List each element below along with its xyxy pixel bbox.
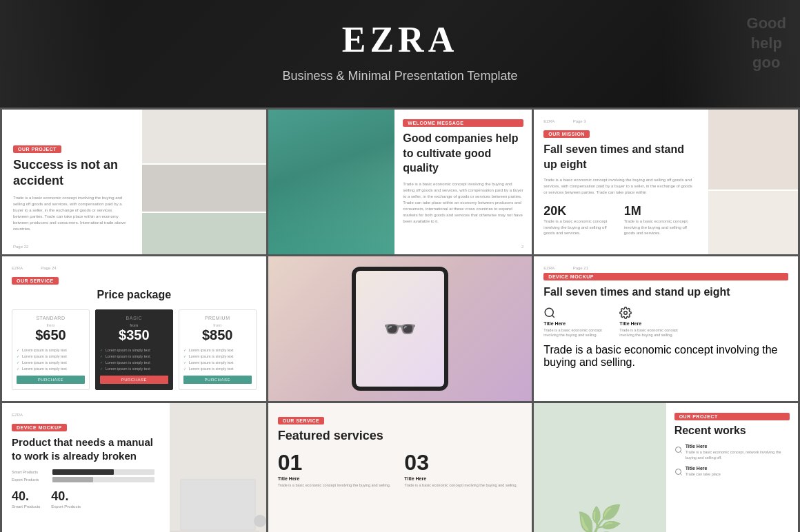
- progress-label-2: Export Products: [12, 478, 50, 482]
- slide-1-content: OUR PROJECT Success is not an accident T…: [13, 121, 128, 232]
- stat-7-1: 40. Smart Products: [12, 489, 40, 509]
- slide-3-img-bot: [708, 191, 798, 254]
- svg-point-5: [675, 469, 681, 475]
- slide-7: EZRA DEVICE MOCKUP Product that needs a …: [2, 403, 266, 532]
- service-items: 01 Title Here Trade is a basic economic …: [278, 451, 523, 489]
- svg-line-1: [552, 315, 554, 317]
- plan-standard-features: Lorem ipsum is simply text Lorem ipsum i…: [17, 347, 85, 371]
- service-item-2: 03 Title Here Trade is a basic economic …: [404, 451, 517, 489]
- slide-4-badge: OUR SERVICE: [12, 277, 59, 285]
- feature-icon-2: Title Here Trade is a basic economic con…: [619, 307, 681, 338]
- progress-bar-2-bg: [52, 477, 154, 482]
- progress-row-2: Export Products: [12, 477, 154, 482]
- tablet-mockup: 🕶️: [352, 267, 448, 391]
- feature-item: Lorem ipsum is simply text: [100, 359, 168, 365]
- stat-2: 1M Trade is a basic economic concept inv…: [624, 204, 693, 236]
- slide-3: EZRA Page 3 OUR MISSION Fall seven times…: [534, 110, 798, 254]
- feature-item: Lorem ipsum is simply text: [17, 359, 85, 365]
- feature-1-title: Title Here: [543, 321, 606, 326]
- slide-7-img: [170, 403, 266, 532]
- slide-6-title: Fall seven times and stand up eight: [543, 285, 788, 300]
- slide-9: 🌿 OUR PROJECT Recent works Title Here Tr…: [534, 403, 798, 532]
- plan-basic-features: Lorem ipsum is simply text Lorem ipsum i…: [100, 347, 168, 371]
- feature-2-desc: Trade is a basic economic concept involv…: [619, 328, 681, 338]
- slide-4-meta: EZRA Page 24: [12, 266, 257, 270]
- purchase-standard-btn[interactable]: PURCHASE: [17, 376, 85, 384]
- slide-3-stats: 20K Trade is a basic economic concept in…: [543, 204, 693, 236]
- search-icon: [543, 307, 556, 319]
- feature-item: Lorem ipsum is simply text: [17, 353, 85, 359]
- progress-bar-1-fill: [52, 469, 114, 475]
- slide-1: OUR PROJECT Success is not an accident T…: [2, 110, 266, 254]
- service-1-subtitle: Title Here: [278, 476, 391, 481]
- svg-point-0: [546, 308, 554, 316]
- feature-item: Lorem ipsum is simply text: [17, 365, 85, 371]
- service-1-desc: Trade is a basic economic concept involv…: [278, 483, 391, 489]
- progress-bars: Smart Products Export Products: [12, 469, 154, 482]
- slide-1-body: Trade is a basic economic concept involv…: [13, 195, 128, 232]
- feature-item: Lorem ipsum is simply text: [183, 347, 252, 353]
- feature-1-desc: Trade is a basic economic concept involv…: [543, 328, 606, 338]
- app-title: EZRA: [14, 19, 786, 60]
- result-1: Title Here Trade is a basic economic con…: [674, 444, 790, 460]
- stat-2-num: 1M: [624, 204, 693, 218]
- slide-6-meta: EZRA Page 21: [543, 266, 788, 270]
- result-2-title: Title Here: [686, 466, 721, 471]
- slide-1-photos: [142, 110, 266, 254]
- slide-3-body: Trade is a basic economic concept involv…: [543, 177, 693, 196]
- slide-7-content: EZRA DEVICE MOCKUP Product that needs a …: [12, 413, 154, 509]
- slide-4-title: Price package: [12, 289, 257, 301]
- slide-2-badge: WELCOME MESSAGE: [403, 119, 523, 127]
- stat-2-label: Trade is a basic economic concept involv…: [624, 218, 693, 236]
- service-item-1: 01 Title Here Trade is a basic economic …: [278, 451, 391, 489]
- slide-2-content: WELCOME MESSAGE Good companies help to c…: [394, 110, 532, 254]
- slide-3-title: Fall seven times and stand up eight: [543, 142, 693, 172]
- plan-standard-price: $650: [17, 327, 85, 342]
- service-2-num: 03: [404, 451, 517, 473]
- price-standard: Standard from $650 Lorem ipsum is simply…: [12, 309, 90, 390]
- purchase-basic-btn[interactable]: PURCHASE: [100, 376, 168, 384]
- sunglasses-decoration: 🕶️: [383, 313, 417, 345]
- feature-item: Lorem ipsum is simply text: [100, 365, 168, 371]
- slide-2-image: [268, 110, 395, 254]
- result-2: Title Here Trade can take place: [674, 466, 790, 478]
- result-2-content: Title Here Trade can take place: [686, 466, 721, 478]
- slide-8-title: Featured services: [278, 429, 523, 443]
- svg-point-3: [675, 447, 681, 453]
- svg-line-4: [680, 451, 681, 453]
- feature-item: Lorem ipsum is simply text: [183, 359, 252, 365]
- svg-line-6: [680, 474, 681, 475]
- progress-row-1: Smart Products: [12, 469, 154, 475]
- slide-7-meta: EZRA: [12, 413, 154, 417]
- stat-7-1-label: Smart Products: [12, 504, 40, 509]
- slide-1-page: Page 22: [13, 245, 28, 249]
- slide-7-badge: DEVICE MOCKUP: [12, 424, 67, 431]
- svg-point-2: [624, 311, 628, 314]
- plan-premium-features: Lorem ipsum is simply text Lorem ipsum i…: [183, 347, 252, 371]
- purchase-premium-btn[interactable]: PURCHASE: [183, 376, 252, 384]
- slide-7-stats: 40. Smart Products 40. Export Products: [12, 489, 154, 509]
- slide-9-content: OUR PROJECT Recent works Title Here Trad…: [666, 403, 798, 532]
- stat-7-2-label: Export Products: [51, 504, 81, 509]
- stat-7-1-num: 40.: [12, 489, 40, 504]
- photo-1-bot: [142, 213, 266, 254]
- slide-8-badge: OUR SERVICE: [278, 417, 325, 424]
- app-subtitle: Business & Minimal Presentation Template: [14, 67, 786, 85]
- plan-premium-name: Premium: [183, 316, 252, 320]
- feature-item: Lorem ipsum is simply text: [100, 353, 168, 359]
- price-premium: Premium from $850 Lorem ipsum is simply …: [179, 309, 257, 390]
- result-1-content: Title Here Trade is a basic economic con…: [686, 444, 790, 460]
- feature-item: Lorem ipsum is simply text: [100, 347, 168, 353]
- slide-6: EZRA Page 21 DEVICE MOCKUP Fall seven ti…: [534, 256, 798, 401]
- result-1-desc: Trade is a basic economic concept, netwo…: [686, 450, 790, 460]
- slide-6-body: Trade is a basic economic concept involv…: [543, 344, 788, 369]
- photo-1-mid: [142, 165, 266, 212]
- slide-2-page: 2: [521, 245, 523, 249]
- slide-6-badge: DEVICE MOCKUP: [543, 273, 788, 280]
- price-basic: Basic from $350 Lorem ipsum is simply te…: [95, 309, 173, 390]
- slide-9-title: Recent works: [674, 424, 790, 437]
- service-2-desc: Trade is a basic economic concept involv…: [404, 483, 517, 489]
- slide-7-title: Product that needs a manual to work is a…: [12, 436, 154, 464]
- slide-3-meta: EZRA Page 3: [543, 119, 693, 123]
- slide-4: EZRA Page 24 OUR SERVICE Price package S…: [2, 256, 266, 401]
